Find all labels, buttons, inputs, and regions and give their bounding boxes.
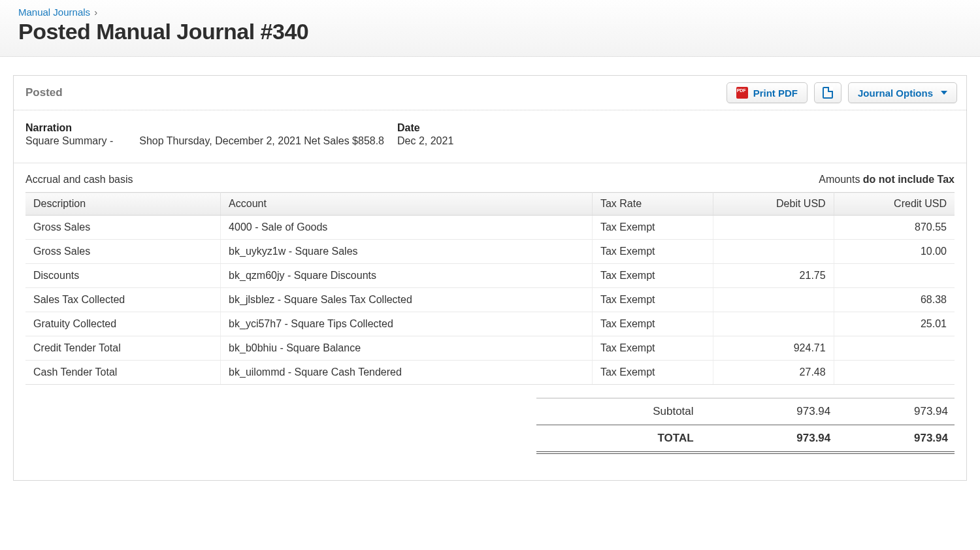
cell-account: 4000 - Sale of Goods [221, 216, 593, 240]
lines-table-wrap: Description Account Tax Rate Debit USD C… [14, 192, 966, 385]
cell-description: Gross Sales [25, 216, 221, 240]
chevron-down-icon [941, 91, 947, 95]
totals-table: Subtotal 973.94 973.94 TOTAL 973.94 973.… [536, 398, 955, 454]
table-row: Credit Tender Totalbk_b0bhiu - Square Ba… [25, 336, 955, 361]
cell-description: Discounts [25, 264, 221, 288]
breadcrumb: Manual Journals › [18, 7, 962, 18]
note-button[interactable] [814, 82, 841, 103]
col-credit: Credit USD [834, 193, 955, 216]
subtotal-debit: 973.94 [720, 398, 838, 425]
tax-note-prefix: Amounts [819, 174, 863, 185]
table-row: Sales Tax Collectedbk_jlsblez - Square S… [25, 288, 955, 312]
page-title: Posted Manual Journal #340 [18, 19, 962, 44]
tax-note-bold: do not include Tax [863, 174, 955, 185]
col-account: Account [221, 193, 593, 216]
cell-debit [713, 240, 834, 264]
cell-credit [834, 264, 955, 288]
narration-detail: Shop Thursday, December 2, 2021 Net Sale… [139, 135, 384, 147]
cell-credit [834, 336, 955, 361]
cell-credit: 870.55 [834, 216, 955, 240]
panel-actions: Print PDF Journal Options [727, 82, 957, 103]
cell-description: Credit Tender Total [25, 336, 221, 361]
breadcrumb-separator: › [94, 7, 97, 18]
cell-tax_rate: Tax Exempt [592, 264, 713, 288]
status-badge: Posted [25, 86, 63, 99]
meta-row: Narration Square Summary - Shop Thursday… [14, 110, 966, 163]
table-header-row: Description Account Tax Rate Debit USD C… [25, 193, 955, 216]
cell-account: bk_qzm60jy - Square Discounts [221, 264, 593, 288]
cell-tax_rate: Tax Exempt [592, 288, 713, 312]
lines-table: Description Account Tax Rate Debit USD C… [25, 192, 955, 385]
panel-top-bar: Posted Print PDF Journal Options [14, 76, 966, 110]
journal-options-label: Journal Options [858, 88, 933, 99]
cell-tax_rate: Tax Exempt [592, 361, 713, 385]
cell-debit [713, 312, 834, 336]
date-label: Date [397, 122, 453, 134]
total-credit: 973.94 [837, 425, 955, 453]
pdf-icon [736, 87, 748, 99]
print-pdf-button[interactable]: Print PDF [727, 82, 808, 103]
total-debit: 973.94 [720, 425, 838, 453]
journal-panel: Posted Print PDF Journal Options Narrati… [13, 75, 967, 481]
col-debit: Debit USD [713, 193, 834, 216]
cell-tax_rate: Tax Exempt [592, 240, 713, 264]
subtotal-label: Subtotal [536, 398, 720, 425]
basis-text: Accrual and cash basis [25, 174, 133, 186]
totals-block: Subtotal 973.94 973.94 TOTAL 973.94 973.… [25, 398, 955, 454]
table-row: Gross Salesbk_uykyz1w - Square SalesTax … [25, 240, 955, 264]
cell-debit [713, 216, 834, 240]
note-icon [823, 87, 833, 99]
cell-description: Sales Tax Collected [25, 288, 221, 312]
cell-credit [834, 361, 955, 385]
table-row: Discountsbk_qzm60jy - Square DiscountsTa… [25, 264, 955, 288]
cell-tax_rate: Tax Exempt [592, 216, 713, 240]
cell-tax_rate: Tax Exempt [592, 336, 713, 361]
cell-description: Gross Sales [25, 240, 221, 264]
narration-block: Narration Square Summary - Shop Thursday… [25, 122, 384, 147]
cell-description: Gratuity Collected [25, 312, 221, 336]
date-block: Date Dec 2, 2021 [397, 122, 453, 147]
cell-credit: 25.01 [834, 312, 955, 336]
cell-tax_rate: Tax Exempt [592, 312, 713, 336]
cell-account: bk_uilommd - Square Cash Tendered [221, 361, 593, 385]
col-tax-rate: Tax Rate [592, 193, 713, 216]
cell-credit: 10.00 [834, 240, 955, 264]
cell-description: Cash Tender Total [25, 361, 221, 385]
total-label: TOTAL [536, 425, 720, 453]
narration-label: Narration [25, 122, 113, 134]
breadcrumb-parent-link[interactable]: Manual Journals [18, 7, 90, 18]
narration-prefix: Square Summary - [25, 135, 113, 147]
journal-options-button[interactable]: Journal Options [848, 82, 957, 103]
table-row: Gratuity Collectedbk_yci57h7 - Square Ti… [25, 312, 955, 336]
cell-debit: 21.75 [713, 264, 834, 288]
table-row: Cash Tender Totalbk_uilommd - Square Cas… [25, 361, 955, 385]
cell-account: bk_jlsblez - Square Sales Tax Collected [221, 288, 593, 312]
tax-note: Amounts do not include Tax [819, 174, 955, 186]
cell-credit: 68.38 [834, 288, 955, 312]
subtotal-row: Subtotal 973.94 973.94 [536, 398, 955, 425]
print-pdf-label: Print PDF [753, 88, 798, 99]
cell-debit: 924.71 [713, 336, 834, 361]
date-value: Dec 2, 2021 [397, 135, 453, 147]
page-header: Manual Journals › Posted Manual Journal … [0, 0, 980, 57]
basis-row: Accrual and cash basis Amounts do not in… [14, 163, 966, 192]
cell-account: bk_uykyz1w - Square Sales [221, 240, 593, 264]
total-row: TOTAL 973.94 973.94 [536, 425, 955, 453]
cell-account: bk_yci57h7 - Square Tips Collected [221, 312, 593, 336]
cell-debit [713, 288, 834, 312]
table-row: Gross Sales4000 - Sale of GoodsTax Exemp… [25, 216, 955, 240]
subtotal-credit: 973.94 [837, 398, 955, 425]
cell-account: bk_b0bhiu - Square Balance [221, 336, 593, 361]
col-description: Description [25, 193, 221, 216]
cell-debit: 27.48 [713, 361, 834, 385]
